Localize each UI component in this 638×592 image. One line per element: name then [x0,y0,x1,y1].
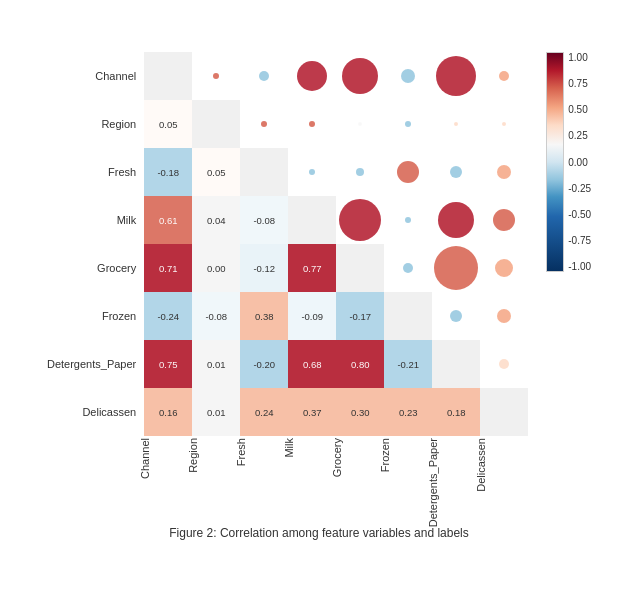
figure-caption: Figure 2: Correlation among feature vari… [169,526,469,540]
cell-5-5 [384,292,432,340]
cell-0-2 [240,52,288,100]
grid-with-labels: ChannelRegionFreshMilkGroceryFrozenDeter… [47,52,528,518]
col-label-channel: Channel [139,438,151,479]
svg-point-21 [493,209,515,231]
cell-5-2: 0.38 [240,292,288,340]
legend: 1.000.750.500.250.00-0.25-0.50-0.75-1.00 [546,52,591,272]
cell-3-0: 0.61 [144,196,192,244]
svg-point-18 [339,199,381,241]
svg-point-0 [213,73,219,79]
cell-0-0 [144,52,192,100]
legend-label-3: 0.25 [568,130,591,141]
cell-1-5 [384,100,432,148]
cell-1-4 [336,100,384,148]
cell-3-4 [336,196,384,244]
cell-7-5: 0.23 [384,388,432,436]
svg-point-12 [502,122,506,126]
cell-2-7 [480,148,528,196]
cell-4-1: 0.00 [192,244,240,292]
cell-2-6 [432,148,480,196]
svg-point-19 [405,217,411,223]
cell-1-6 [432,100,480,148]
cell-6-0: 0.75 [144,340,192,388]
row-label-region: Region [47,100,140,148]
svg-point-5 [436,56,476,96]
row-label-grocery: Grocery [47,244,140,292]
cell-5-3: -0.09 [288,292,336,340]
svg-point-13 [309,169,315,175]
row-label-fresh: Fresh [47,148,140,196]
cell-6-2: -0.20 [240,340,288,388]
svg-point-25 [450,310,462,322]
svg-point-9 [358,122,362,126]
cell-7-0: 0.16 [144,388,192,436]
col-label-wrapper-region: Region [169,438,217,518]
cell-5-7 [480,292,528,340]
row-labels: ChannelRegionFreshMilkGroceryFrozenDeter… [47,52,140,436]
cell-3-5 [384,196,432,244]
col-label-fresh: Fresh [235,438,247,466]
cell-3-2: -0.08 [240,196,288,244]
cell-2-3 [288,148,336,196]
cell-3-3 [288,196,336,244]
row-labels-and-grid: ChannelRegionFreshMilkGroceryFrozenDeter… [47,52,528,436]
svg-point-24 [495,259,513,277]
cell-1-2 [240,100,288,148]
cell-1-0: 0.05 [144,100,192,148]
col-label-wrapper-grocery: Grocery [313,438,361,518]
svg-point-2 [297,61,327,91]
cell-7-3: 0.37 [288,388,336,436]
col-label-wrapper-fresh: Fresh [217,438,265,518]
legend-label-7: -0.75 [568,235,591,246]
cell-4-0: 0.71 [144,244,192,292]
legend-label-5: -0.25 [568,183,591,194]
svg-point-17 [497,165,511,179]
row-label-milk: Milk [47,196,140,244]
cell-3-6 [432,196,480,244]
legend-label-2: 0.50 [568,104,591,115]
col-label-wrapper-delicassen: Delicassen [457,438,505,518]
svg-point-26 [497,309,511,323]
legend-bar [546,52,564,272]
cell-5-1: -0.08 [192,292,240,340]
row-label-delicassen: Delicassen [47,388,140,436]
cell-4-3: 0.77 [288,244,336,292]
cell-6-3: 0.68 [288,340,336,388]
cell-0-3 [288,52,336,100]
cell-6-5: -0.21 [384,340,432,388]
legend-row: 1.000.750.500.250.00-0.25-0.50-0.75-1.00 [546,52,591,272]
cell-3-7 [480,196,528,244]
col-label-milk: Milk [283,438,295,458]
col-label-delicassen: Delicassen [475,438,487,492]
cell-2-0: -0.18 [144,148,192,196]
cell-2-1: 0.05 [192,148,240,196]
row-label-channel: Channel [47,52,140,100]
cell-4-4 [336,244,384,292]
cell-0-1 [192,52,240,100]
svg-point-3 [342,58,378,94]
cell-0-5 [384,52,432,100]
cell-0-7 [480,52,528,100]
svg-point-22 [403,263,413,273]
col-label-grocery: Grocery [331,438,343,477]
svg-point-10 [405,121,411,127]
cell-5-6 [432,292,480,340]
main-area: ChannelRegionFreshMilkGroceryFrozenDeter… [47,52,591,518]
svg-point-6 [499,71,509,81]
cell-7-7 [480,388,528,436]
cell-5-0: -0.24 [144,292,192,340]
cell-1-1 [192,100,240,148]
svg-point-4 [401,69,415,83]
cell-4-7 [480,244,528,292]
legend-labels: 1.000.750.500.250.00-0.25-0.50-0.75-1.00 [568,52,591,272]
cell-3-1: 0.04 [192,196,240,244]
cell-2-5 [384,148,432,196]
legend-label-0: 1.00 [568,52,591,63]
row-label-detergents_paper: Detergents_Paper [47,340,140,388]
col-labels: ChannelRegionFreshMilkGroceryFrozenDeter… [121,438,505,518]
legend-label-6: -0.50 [568,209,591,220]
cell-4-5 [384,244,432,292]
cell-0-6 [432,52,480,100]
legend-label-1: 0.75 [568,78,591,89]
legend-label-4: 0.00 [568,157,591,168]
